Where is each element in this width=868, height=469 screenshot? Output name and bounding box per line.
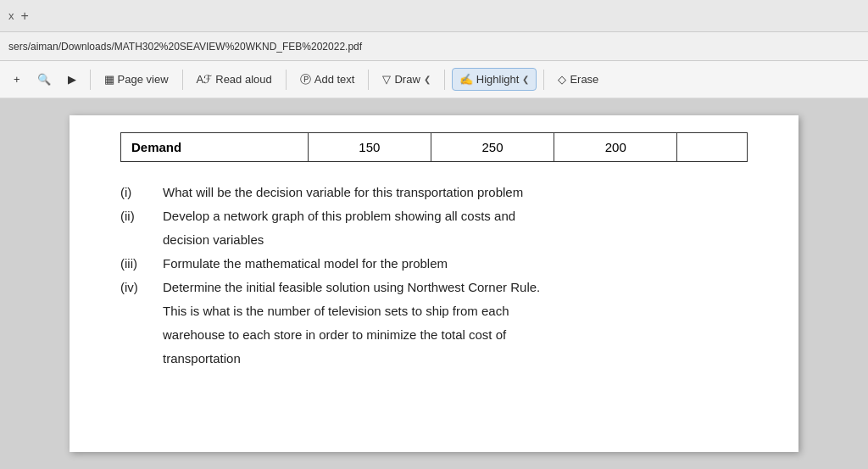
questions-section: (i) What will be the decision variable f… — [120, 182, 748, 369]
pdf-page: Demand 150 250 200 (i) What will be the … — [70, 115, 798, 452]
highlight-button[interactable]: ✍ Highlight ❮ — [452, 68, 537, 91]
question-row-3: (iii) Formulate the mathematical model f… — [120, 254, 748, 274]
question-text-4d: transportation — [163, 349, 748, 369]
separator-2 — [182, 70, 183, 90]
demand-val-3: 200 — [554, 133, 677, 162]
separator-6 — [543, 70, 544, 90]
reader-button[interactable]: ▶ — [61, 69, 83, 90]
draw-label: Draw — [394, 73, 420, 86]
question-text-4b: This is what is the number of television… — [163, 301, 748, 321]
new-tab-button[interactable]: + — [21, 8, 29, 24]
question-text-1: What will be the decision variable for t… — [163, 182, 748, 203]
separator-3 — [286, 70, 287, 90]
erase-icon: ◇ — [558, 73, 566, 86]
demand-val-1: 150 — [308, 133, 431, 162]
page-view-icon: ▦ — [104, 73, 114, 86]
read-aloud-button[interactable]: Aℱ Read aloud — [190, 69, 279, 90]
content-area: Demand 150 250 200 (i) What will be the … — [0, 98, 868, 469]
draw-dropdown-arrow: ❮ — [424, 75, 431, 84]
table-row: Demand 150 250 200 — [121, 133, 748, 162]
question-row-2b: decision variables — [120, 230, 748, 250]
demand-val-4 — [677, 133, 748, 162]
question-num-4: (iv) — [120, 277, 163, 298]
question-text-3: Formulate the mathematical model for the… — [163, 254, 748, 274]
highlight-label: Highlight — [476, 73, 520, 86]
reader-icon: ▶ — [68, 73, 76, 86]
address-bar: sers/aiman/Downloads/MATH302%20SEAVIEW%2… — [0, 32, 868, 61]
page-view-label: Page view — [118, 73, 169, 86]
question-num-3: (iii) — [120, 254, 163, 274]
separator-5 — [444, 70, 445, 90]
question-num-4b — [120, 301, 163, 321]
highlight-icon: ✍ — [459, 73, 473, 86]
question-text-4: Determine the initial feasible solution … — [163, 277, 748, 298]
read-aloud-icon: Aℱ — [197, 73, 213, 86]
question-row-4c: warehouse to each store in order to mini… — [120, 325, 748, 345]
demand-label: Demand — [121, 133, 309, 162]
question-num-2b — [120, 230, 163, 250]
question-num-2: (ii) — [120, 206, 163, 226]
question-row-4: (iv) Determine the initial feasible solu… — [120, 277, 748, 298]
question-row-4d: transportation — [120, 349, 748, 369]
tab-close-button[interactable]: x — [8, 9, 14, 22]
demand-val-2: 250 — [431, 133, 554, 162]
add-text-icon: Ⓟ — [300, 72, 311, 87]
question-num-1: (i) — [120, 182, 163, 203]
title-bar: x + — [0, 0, 868, 32]
search-button[interactable]: 🔍 — [31, 69, 58, 90]
plus-icon: + — [14, 73, 20, 86]
highlight-dropdown-arrow: ❮ — [522, 75, 529, 84]
back-button[interactable]: + — [7, 69, 27, 90]
add-text-label: Add text — [314, 73, 355, 86]
question-row-2: (ii) Develop a network graph of this pro… — [120, 206, 748, 226]
read-aloud-label: Read aloud — [215, 73, 272, 86]
demand-table: Demand 150 250 200 — [120, 132, 748, 162]
question-row-4b: This is what is the number of television… — [120, 301, 748, 321]
erase-label: Erase — [570, 73, 598, 86]
question-row-1: (i) What will be the decision variable f… — [120, 182, 748, 203]
question-num-4c — [120, 325, 163, 345]
question-text-4c: warehouse to each store in order to mini… — [163, 325, 748, 345]
address-text: sers/aiman/Downloads/MATH302%20SEAVIEW%2… — [8, 41, 362, 53]
question-num-4d — [120, 349, 163, 369]
search-icon: 🔍 — [37, 73, 51, 86]
draw-icon: ▽ — [382, 73, 391, 86]
question-text-2b: decision variables — [163, 230, 748, 250]
erase-button[interactable]: ◇ Erase — [551, 69, 605, 90]
page-view-button[interactable]: ▦ Page view — [97, 69, 175, 90]
draw-button[interactable]: ▽ Draw ❮ — [376, 69, 437, 90]
add-text-button[interactable]: Ⓟ Add text — [293, 68, 362, 92]
separator-4 — [368, 70, 369, 90]
separator-1 — [90, 70, 91, 90]
toolbar: + 🔍 ▶ ▦ Page view Aℱ Read aloud Ⓟ Add te… — [0, 61, 868, 98]
question-text-2: Develop a network graph of this problem … — [163, 206, 748, 226]
